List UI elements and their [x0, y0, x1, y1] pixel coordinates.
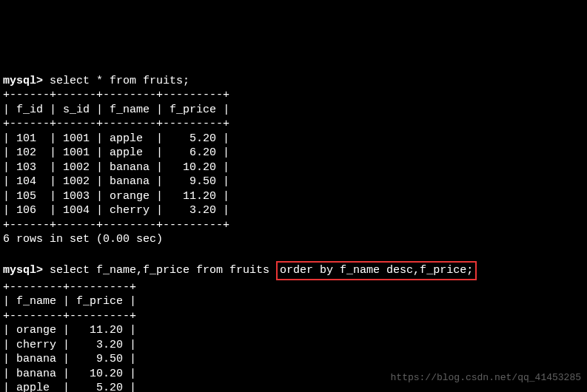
table-border: +--------+---------+	[3, 310, 136, 322]
table-rows-1: | 101 | 1001 | apple | 5.20 | | 102 | 10…	[3, 132, 584, 218]
sql-highlight-box: order by f_name desc,f_price;	[276, 261, 477, 280]
col-header-fname: f_name	[16, 295, 56, 308]
mysql-prompt: mysql>	[3, 75, 43, 87]
sql-query-2-part1: select f_name,f_price from fruits	[50, 264, 276, 277]
table-border: +------+------+--------+---------+	[3, 89, 229, 101]
result-footer: 6 rows in set (0.00 sec)	[3, 233, 163, 246]
table-border: +--------+---------+	[3, 281, 136, 294]
sql-query-1: select * from fruits;	[50, 75, 189, 87]
table-border: +------+------+--------+---------+	[3, 219, 229, 232]
mysql-prompt: mysql>	[3, 264, 43, 277]
col-header-fprice: f_price	[170, 104, 216, 116]
terminal-output: mysql> select * from fruits; +------+---…	[3, 59, 584, 392]
col-header-fid: f_id	[16, 104, 43, 116]
col-header-sid: s_id	[63, 104, 90, 116]
col-header-fname: f_name	[110, 104, 150, 116]
table-border: +------+------+--------+---------+	[3, 118, 229, 130]
col-header-fprice: f_price	[76, 295, 123, 308]
watermark-text: https://blog.csdn.net/qq_41453285	[391, 372, 581, 385]
